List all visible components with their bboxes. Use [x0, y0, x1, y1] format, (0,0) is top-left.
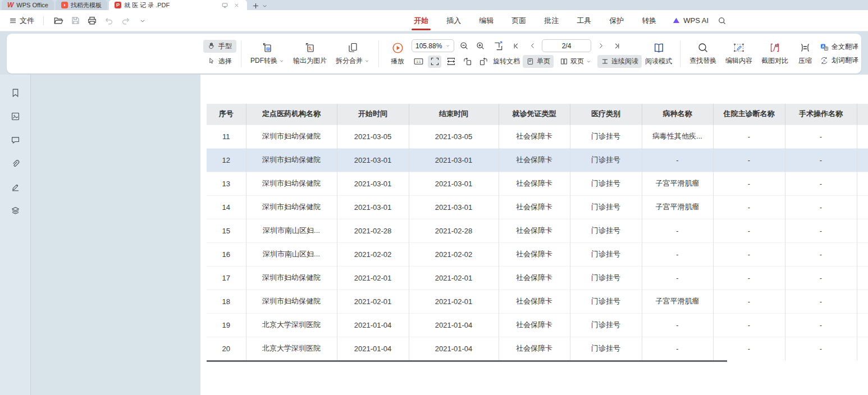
table-row[interactable]: 12深圳市妇幼保健院2021-03-012021-03-01社会保障卡门诊挂号-… [207, 148, 868, 172]
table-cell: 2021-03-05 [409, 125, 499, 148]
menu-tab-home[interactable]: 开始 [406, 10, 436, 31]
pdf-convert-button[interactable]: W PDF转换 [246, 42, 289, 66]
redo-icon[interactable] [120, 15, 131, 26]
zoom-in-button[interactable] [473, 40, 487, 52]
table-row[interactable]: 15深圳市南山区妇...2021-02-282021-02-28社会保障卡门诊挂… [207, 219, 868, 242]
tab-list-chevron-icon[interactable] [261, 1, 269, 10]
table-cell: - [785, 172, 857, 195]
zoom-out-button[interactable] [457, 40, 470, 52]
new-tab-button[interactable] [252, 1, 261, 10]
zoom-level-select[interactable]: 105.88% [412, 39, 454, 52]
table-row[interactable]: 16深圳市南山区妇...2021-02-022021-02-02社会保障卡门诊挂… [207, 242, 868, 266]
chevron-down-icon [586, 59, 591, 64]
continuous-read-button[interactable]: 连续阅读 [597, 55, 642, 68]
single-page-button[interactable]: 单页 [523, 55, 554, 68]
pdf-file-icon: P [115, 2, 121, 8]
full-translate-button[interactable]: A文 全文翻译 [820, 42, 861, 52]
screenshot-compare-button[interactable]: 截图对比 [757, 42, 793, 66]
thumbnail-icon[interactable] [10, 111, 21, 122]
rotate-left-button[interactable] [460, 56, 474, 68]
tab-label: WPS Office [16, 2, 48, 8]
bookmark-icon[interactable] [10, 87, 21, 98]
table-row[interactable]: 17深圳市妇幼保健院2021-02-012021-02-01社会保障卡门诊挂号-… [207, 266, 868, 290]
title-bar: W WPS Office ◗ 找稻壳模板 P 就 医 记 录 .PDF [0, 0, 868, 10]
table-cell: 深圳市南山区妇... [246, 242, 337, 266]
open-file-icon[interactable] [53, 15, 64, 26]
table-cell: 门诊挂号 [570, 313, 642, 337]
double-page-button[interactable]: 双页 [556, 55, 595, 68]
tab-label: 就 医 记 录 .PDF [124, 1, 170, 10]
rotate-pages-button[interactable] [490, 40, 506, 52]
last-page-button[interactable] [610, 40, 624, 52]
export-as-image-button[interactable]: 输出为图片 [289, 42, 331, 66]
select-tool-button[interactable]: 选择 [203, 55, 236, 68]
read-mode-button[interactable]: 阅读模式 [642, 42, 675, 66]
pdf-convert-icon: W [261, 42, 273, 54]
table-row[interactable]: 18深圳市妇幼保健院2021-02-012021-02-01社会保障卡门诊挂号子… [207, 290, 868, 313]
word-translate-button[interactable]: A 划词翻译 [820, 56, 861, 65]
pdf-page[interactable]: 序号定点医药机构名称开始时间结束时间就诊凭证类型医疗类别病种名称住院主诊断名称手… [200, 75, 868, 395]
tab-docer-templates[interactable]: ◗ 找稻壳模板 [56, 0, 107, 10]
previous-page-button[interactable] [526, 40, 539, 52]
rotate-right-button[interactable] [477, 56, 490, 68]
menu-tab-page[interactable]: 页面 [504, 10, 534, 31]
menu-tab-tools[interactable]: 工具 [569, 10, 599, 31]
table-cell: 门诊挂号 [570, 266, 642, 290]
hand-tool-button[interactable]: 手型 [203, 40, 236, 53]
side-panel-strip [0, 75, 31, 395]
page-indicator-input[interactable] [542, 39, 591, 52]
docer-icon: ◗ [61, 2, 68, 8]
layers-icon[interactable] [10, 205, 21, 216]
actual-size-button[interactable]: 1:1 [412, 56, 425, 68]
table-row[interactable]: 14深圳市妇幼保健院2021-03-012021-03-01社会保障卡门诊挂号子… [207, 195, 868, 219]
menu-bar: 文件 开始 插入 编辑 页面 批注 工具 保护 转换 [0, 10, 868, 31]
tab-document-pdf[interactable]: P 就 医 记 录 .PDF [109, 0, 247, 10]
table-cell: 20 [207, 337, 246, 360]
play-button[interactable]: 播放 [383, 42, 412, 66]
tab-wps-home[interactable]: W WPS Office [2, 0, 54, 10]
fit-width-button[interactable] [444, 56, 458, 68]
menu-tab-insert[interactable]: 插入 [438, 10, 469, 31]
svg-text:W: W [267, 48, 269, 50]
file-menu-button[interactable]: 文件 [9, 16, 34, 26]
split-merge-button[interactable]: 拆分合并 [331, 42, 374, 66]
wps-ai-button[interactable]: WPS AI [666, 16, 714, 25]
print-icon[interactable] [86, 15, 98, 26]
menu-tab-protect[interactable]: 保护 [601, 10, 632, 31]
table-cell: 社会保障卡 [499, 337, 570, 360]
file-menu-label: 文件 [20, 16, 34, 26]
table-row[interactable]: 20北京大学深圳医院2021-01-042021-01-04社会保障卡门诊挂号-… [207, 337, 868, 360]
svg-text:文: 文 [825, 47, 828, 50]
edit-content-button[interactable]: 编辑内容 [721, 42, 757, 66]
menu-tab-annotate[interactable]: 批注 [536, 10, 567, 31]
table-cell: 北京大学深圳医院 [246, 313, 337, 337]
split-merge-icon [346, 42, 359, 54]
table-cell: - [785, 313, 857, 337]
compress-button[interactable]: 压缩 [793, 42, 817, 66]
save-icon[interactable] [70, 15, 81, 26]
chevron-down-icon [364, 58, 369, 63]
table-row[interactable]: 19北京大学深圳医院2021-01-042021-01-04社会保障卡门诊挂号-… [207, 313, 868, 337]
hamburger-icon [9, 17, 17, 25]
menu-tab-edit[interactable]: 编辑 [471, 10, 501, 31]
send-to-device-icon[interactable] [221, 1, 230, 10]
undo-icon[interactable] [103, 15, 115, 26]
signature-icon[interactable] [10, 181, 21, 192]
book-icon [652, 42, 665, 54]
comment-icon[interactable] [10, 134, 21, 145]
rotate-doc-label[interactable]: 旋转文档 [493, 57, 520, 66]
find-replace-button[interactable]: 查找替换 [685, 42, 721, 66]
first-page-button[interactable] [509, 40, 523, 52]
close-tab-icon[interactable] [232, 1, 241, 10]
table-row[interactable]: 13深圳市妇幼保健院2021-03-012021-03-01社会保障卡门诊挂号子… [207, 172, 868, 195]
fit-page-button[interactable] [428, 56, 441, 68]
menu-tabs: 开始 插入 编辑 页面 批注 工具 保护 转换 WPS AI [406, 10, 728, 31]
next-page-button[interactable] [594, 40, 607, 52]
attachment-icon[interactable] [10, 158, 21, 169]
quick-access-chevron-icon[interactable] [137, 15, 148, 26]
table-cell: 13 [207, 172, 246, 195]
table-row[interactable]: 11深圳市妇幼保健院2021-03-052021-03-05社会保障卡门诊挂号病… [207, 125, 868, 148]
menu-tab-convert[interactable]: 转换 [634, 10, 664, 31]
table-bottom-border [207, 360, 727, 362]
menu-search-icon[interactable] [716, 15, 728, 26]
